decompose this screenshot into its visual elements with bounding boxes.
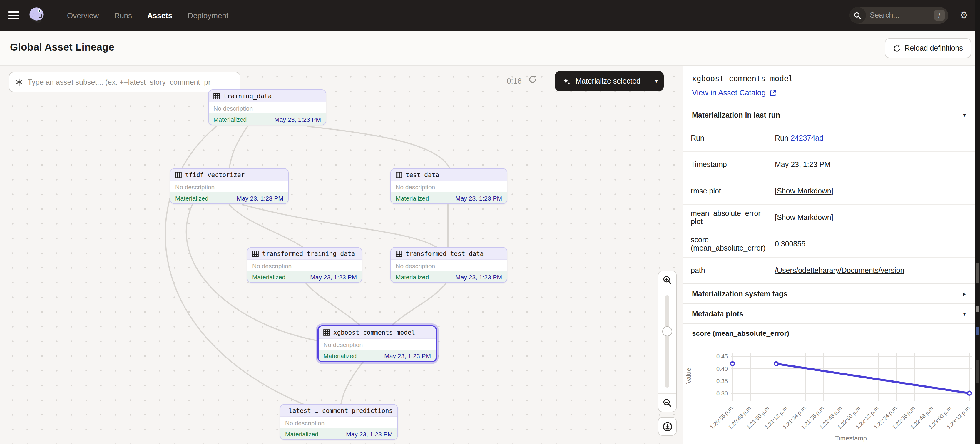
table-row-mae-plot: mean_absolute_error plot [Show Markdown] [682, 204, 975, 231]
nav-items: Overview Runs Assets Deployment [67, 11, 228, 20]
page-title: Global Asset Lineage [10, 41, 115, 54]
metadata-plot-chart: 1:20:36 p.m.1:20:48 p.m.1:21:00 p.m.1:21… [682, 339, 975, 444]
asset-name: transformed_test_data [406, 250, 484, 257]
asset-name: xgboost_comments_model [333, 329, 415, 336]
asset-timestamp: May 23, 1:23 PM [237, 194, 283, 201]
hamburger-menu-icon[interactable] [8, 11, 19, 19]
reload-icon [893, 45, 900, 52]
panel-header: xgboost_comments_model View in Asset Cat… [682, 65, 975, 105]
asset-lineage-graph[interactable]: 0:18 Materialize selected ▾ training_dat… [0, 65, 683, 444]
asset-timestamp: May 23, 1:23 PM [455, 273, 502, 280]
asset-details-panel: xgboost_comments_model View in Asset Cat… [682, 65, 975, 444]
zoom-controls [658, 271, 677, 412]
asset-node-tfidf-vectorizer[interactable]: tfidf_vectorizer No description Material… [170, 168, 289, 204]
zoom-out-button[interactable] [659, 393, 676, 412]
search-input[interactable] [865, 11, 924, 19]
external-link-icon [769, 89, 776, 96]
asset-node-xgboost-comments-model[interactable]: xgboost_comments_model No description Ma… [317, 325, 437, 362]
asset-name: latest_…_comment_predictions [289, 407, 393, 414]
refresh-timer: 0:18 [507, 76, 522, 85]
zoom-in-icon [663, 275, 672, 285]
nav-item-assets[interactable]: Assets [147, 11, 172, 20]
settings-gear-icon[interactable]: ⚙ [960, 11, 968, 20]
asset-node-test-data[interactable]: test_data No description MaterializedMay… [390, 168, 508, 204]
section-materialization-in-last-run[interactable]: Materialization in last run▾ [682, 105, 975, 125]
octopus-logo-icon [28, 6, 45, 24]
search-icon [849, 7, 865, 24]
zoom-out-icon [663, 398, 672, 407]
search-shortcut-key: / [934, 10, 945, 21]
svg-text:0.35: 0.35 [716, 378, 728, 384]
table-icon [252, 250, 259, 257]
asset-name: tfidf_vectorizer [185, 171, 245, 178]
svg-text:0.45: 0.45 [716, 353, 728, 360]
run-id-link[interactable]: 242374ad [791, 134, 823, 142]
table-icon [396, 250, 402, 257]
asset-timestamp: May 23, 1:23 PM [310, 273, 357, 280]
materialize-selected-button[interactable]: Materialize selected [555, 71, 648, 91]
page-header: Global Asset Lineage Reload definitions [0, 30, 980, 66]
asset-name: transformed_training_data [262, 250, 355, 257]
asset-node-transformed-test-data[interactable]: transformed_test_data No description Mat… [390, 247, 508, 283]
asset-timestamp: May 23, 1:23 PM [274, 116, 321, 123]
asset-description: No description [170, 181, 288, 192]
screen-edge-strip [975, 0, 980, 444]
nav-item-overview[interactable]: Overview [67, 11, 99, 20]
asset-description: No description [248, 260, 361, 271]
zoom-in-button[interactable] [659, 271, 676, 289]
section-materialization-system-tags[interactable]: Materialization system tags▸ [682, 283, 975, 304]
asset-status: Materialized [252, 273, 285, 280]
asset-filter-box [9, 72, 240, 92]
asset-status: Materialized [323, 352, 356, 359]
show-markdown-link[interactable]: [Show Markdown] [775, 213, 833, 222]
metadata-plot-title: score (mean_absolute_error) [682, 323, 975, 339]
download-graph-button[interactable] [658, 417, 677, 436]
asset-description: No description [319, 339, 436, 350]
asset-description: No description [391, 260, 507, 271]
table-row-score: score (mean_absolute_error) 0.300855 [682, 231, 975, 257]
asset-node-transformed-training-data[interactable]: transformed_training_data No description… [247, 247, 362, 283]
svg-text:0.40: 0.40 [716, 366, 728, 372]
asset-node-latest-comment-predictions[interactable]: latest_…_comment_predictions No descript… [280, 404, 398, 440]
asset-timestamp: May 23, 1:23 PM [455, 194, 502, 201]
asset-node-training-data[interactable]: training_data No description Materialize… [208, 89, 326, 125]
table-row-rmse-plot: rmse plot [Show Markdown] [682, 178, 975, 204]
svg-text:0.30: 0.30 [716, 390, 728, 397]
table-icon [213, 92, 220, 99]
materialize-selected-button-group: Materialize selected ▾ [555, 71, 664, 91]
chevron-right-icon: ▸ [963, 291, 966, 297]
nav-item-runs[interactable]: Runs [114, 11, 132, 20]
zoom-slider-thumb[interactable] [662, 326, 672, 336]
table-row-run: Run Run242374ad [682, 125, 975, 151]
materialize-dropdown-caret[interactable]: ▾ [649, 71, 664, 91]
zoom-slider[interactable] [659, 289, 676, 393]
view-in-asset-catalog-link[interactable]: View in Asset Catalog [692, 88, 776, 97]
asset-timestamp: May 23, 1:23 PM [346, 430, 393, 437]
dagster-logo[interactable] [27, 6, 46, 25]
path-link[interactable]: /Users/odetteharary/Documents/version [775, 266, 904, 275]
asset-description: No description [391, 181, 507, 192]
asset-timestamp: May 23, 1:23 PM [384, 352, 431, 359]
asset-status: Materialized [175, 194, 208, 201]
nav-item-deployment[interactable]: Deployment [188, 11, 228, 20]
asset-status: Materialized [213, 116, 247, 123]
global-search[interactable]: / [849, 7, 948, 24]
asset-status: Materialized [285, 430, 318, 437]
asset-name: test_data [406, 171, 439, 178]
top-nav: Overview Runs Assets Deployment / ⚙ [0, 0, 980, 30]
asset-status: Materialized [396, 194, 429, 201]
download-icon [662, 421, 672, 431]
sparkle-icon [563, 77, 571, 85]
app-window: Overview Runs Assets Deployment / ⚙ Glob… [0, 0, 980, 444]
refresh-icon[interactable] [528, 75, 537, 83]
top-nav-right: / ⚙ [849, 7, 968, 24]
show-markdown-link[interactable]: [Show Markdown] [775, 187, 833, 195]
table-icon [175, 172, 181, 178]
asset-status: Materialized [396, 273, 429, 280]
reload-definitions-button[interactable]: Reload definitions [885, 38, 971, 58]
table-icon [396, 172, 402, 178]
asset-filter-input[interactable] [27, 77, 223, 87]
asset-name: training_data [223, 92, 272, 99]
section-metadata-plots[interactable]: Metadata plots▾ [682, 304, 975, 323]
svg-text:Value: Value [685, 368, 692, 384]
